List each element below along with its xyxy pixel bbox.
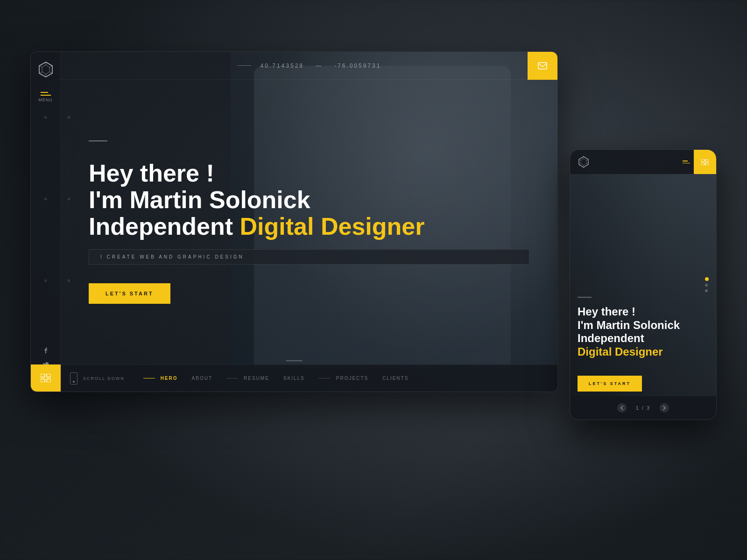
nav-line: [226, 378, 238, 378]
nav-projects-label: PROJECTS: [336, 376, 368, 381]
mobile-nav-dot-2[interactable]: [705, 284, 708, 287]
mobile-mockup: MENU Hey there ! I'm Martin Solonick Ind…: [570, 149, 717, 420]
decoration-line: [89, 140, 107, 141]
nav-item-clients[interactable]: CLIENTS: [382, 376, 409, 381]
phone-icon: [70, 372, 78, 385]
nav-dot: [68, 116, 70, 119]
nav-dot: [68, 280, 70, 282]
mobile-hero-line-3-prefix: Independent: [578, 332, 644, 344]
dot-row-2: [30, 198, 70, 200]
nav-hero-label: HERO: [161, 376, 178, 381]
scroll-down-label: SCROLL DOWN: [83, 376, 125, 381]
nav-clients-label: CLIENTS: [382, 376, 409, 381]
pagination-total: 3: [647, 405, 650, 411]
menu-line-top: [41, 92, 48, 93]
svg-rect-27: [705, 163, 709, 165]
mobile-menu-lines: [683, 161, 690, 163]
svg-line-7: [39, 66, 42, 67]
menu-line-mid: [41, 95, 51, 96]
nav-item-skills[interactable]: SKILLS: [283, 376, 305, 381]
svg-rect-11: [538, 63, 547, 69]
nav-dot: [44, 280, 47, 282]
nav-dot: [44, 116, 47, 119]
top-bar-separator: —: [316, 63, 323, 69]
nav-active-line: [143, 378, 155, 378]
nav-item-hero[interactable]: HERO: [143, 376, 178, 381]
mobile-dot-nav: [705, 277, 709, 292]
hero-title: Hey there ! I'm Martin Solonick Independ…: [89, 160, 529, 240]
scroll-down-area: SCROLL DOWN: [70, 372, 125, 385]
phone-dot: [73, 381, 75, 383]
mobile-hero-line-1: Hey there !: [578, 305, 709, 319]
logo[interactable]: [37, 61, 54, 92]
mobile-cta-button[interactable]: LET'S START: [578, 376, 642, 392]
svg-line-3: [49, 66, 52, 67]
mobile-top-bar: MENU: [570, 150, 716, 174]
dot-row-3: [30, 280, 70, 282]
nav-resume-label: RESUME: [244, 376, 269, 381]
mobile-hero-line-2: I'm Martin Solonick: [578, 319, 709, 332]
mobile-hero-line-3: Independent: [578, 332, 709, 345]
mobile-menu-line: [683, 161, 688, 161]
mobile-hero-line-4: Digital Designer: [578, 345, 709, 359]
svg-line-4: [49, 72, 52, 73]
pagination-separator: /: [642, 405, 647, 411]
svg-marker-1: [42, 65, 49, 74]
desktop-mockup: MENU: [30, 51, 558, 392]
menu-lines[interactable]: [41, 92, 51, 96]
pagination-text: 1 / 3: [636, 405, 650, 411]
hero-line-3: Independent Digital Designer: [89, 213, 529, 240]
bottom-left-button[interactable]: [31, 364, 61, 392]
coordinates-2: -76.0059731: [334, 63, 381, 69]
mobile-deco-line: [578, 297, 592, 298]
nav-line: [319, 378, 331, 378]
mobile-nav-dot-1[interactable]: [705, 277, 709, 281]
email-button[interactable]: [528, 52, 557, 80]
pagination-prev-button[interactable]: [617, 403, 627, 413]
bottom-nav: SCROLL DOWN HERO ABOUT RESUME SKILLS PRO…: [61, 364, 557, 392]
svg-marker-17: [581, 159, 586, 165]
cta-button[interactable]: LET'S START: [89, 283, 170, 304]
svg-point-9: [45, 392, 47, 392]
svg-rect-12: [41, 374, 45, 377]
nav-about-label: ABOUT: [192, 376, 212, 381]
svg-rect-14: [41, 379, 45, 382]
nav-items: HERO ABOUT RESUME SKILLS PROJECTS CLIENT…: [143, 376, 548, 381]
mobile-hero-title: Hey there ! I'm Martin Solonick Independ…: [578, 305, 709, 359]
facebook-icon[interactable]: [42, 347, 49, 354]
svg-line-6: [39, 72, 42, 73]
pagination-current: 1: [636, 405, 640, 411]
hero-line-3-prefix: Independent: [89, 213, 240, 240]
mobile-top-right-button[interactable]: [694, 150, 716, 174]
nav-dot: [68, 198, 70, 200]
hero-line-3-highlight: Digital Designer: [240, 213, 425, 240]
dot-row-1: [30, 116, 70, 119]
pagination-next-button[interactable]: [660, 403, 669, 413]
mobile-hero-content: Hey there ! I'm Martin Solonick Independ…: [570, 174, 716, 396]
nav-skills-label: SKILLS: [283, 376, 305, 381]
menu-label[interactable]: MENU: [38, 98, 53, 102]
top-bar: 40.7143528 — -76.0059731: [61, 52, 557, 80]
svg-rect-13: [47, 374, 51, 377]
mobile-menu-line: [683, 163, 690, 164]
hero-line-1: Hey there !: [89, 160, 529, 187]
nav-item-resume[interactable]: RESUME: [226, 376, 269, 381]
nav-dot: [44, 198, 47, 200]
mobile-bottom-bar: 1 / 3: [570, 396, 716, 420]
top-bar-line: [237, 65, 251, 66]
left-sidebar: MENU: [31, 52, 61, 392]
subtitle-badge: I CREATE WEB AND GRAPHIC DESIGN: [89, 249, 529, 265]
svg-rect-24: [701, 159, 705, 161]
svg-rect-15: [47, 379, 51, 382]
hero-line-2: I'm Martin Solonick: [89, 187, 529, 213]
hero-content: Hey there ! I'm Martin Solonick Independ…: [61, 80, 557, 364]
svg-rect-26: [701, 163, 705, 165]
nav-item-projects[interactable]: PROJECTS: [319, 376, 368, 381]
dot-nav-container: [30, 116, 70, 338]
nav-item-about[interactable]: ABOUT: [192, 376, 212, 381]
scroll-indicator: [286, 360, 303, 361]
svg-rect-25: [705, 159, 709, 161]
mobile-nav-dot-3[interactable]: [705, 289, 708, 292]
coordinates-1: 40.7143528: [261, 63, 304, 69]
top-bar-content: 40.7143528 — -76.0059731: [237, 63, 381, 69]
